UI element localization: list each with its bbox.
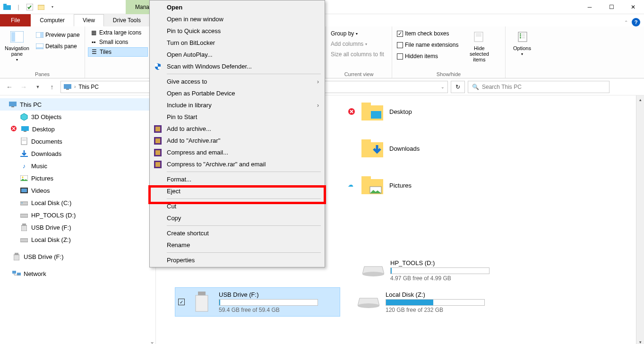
navigation-pane-button[interactable]: Navigation pane ▾ [3, 28, 31, 70]
tree-scroll-down-icon[interactable]: ⌄ [150, 338, 155, 344]
svg-rect-38 [12, 271, 16, 274]
ctx-include-library[interactable]: Include in library› [151, 99, 324, 111]
drive-hp-tools[interactable]: HP_TOOLS (D:) 4.97 GB free of 4.99 GB [359, 256, 524, 284]
forward-button[interactable]: → [18, 81, 29, 93]
details-pane-icon [36, 43, 43, 50]
maximize-button[interactable]: ☐ [601, 0, 622, 14]
ctx-give-access[interactable]: Give access to› [151, 76, 324, 87]
svg-rect-43 [371, 111, 381, 119]
ctx-label: Open AutoPlay... [167, 51, 213, 58]
ctx-add-archive[interactable]: Add to archive... [151, 123, 324, 135]
tree-local-disk-c[interactable]: Local Disk (C:) [0, 197, 155, 209]
folder-downloads[interactable]: Downloads [345, 134, 510, 163]
breadcrumb-this-pc[interactable]: This PC [78, 84, 99, 90]
size-columns-button[interactable]: Size all columns to fit [329, 50, 386, 59]
tree-network[interactable]: Network [0, 267, 155, 280]
folder-pictures[interactable]: ☁ Pictures [345, 171, 510, 199]
content-scrollbar[interactable]: ▴ ▾ [636, 95, 644, 344]
svg-rect-35 [20, 239, 28, 242]
explorer-icon [3, 3, 11, 11]
ctx-pin-start[interactable]: Pin to Start [151, 111, 324, 123]
properties-icon[interactable] [26, 3, 34, 11]
tree-desktop[interactable]: Desktop [0, 123, 155, 135]
scroll-up-icon[interactable]: ▴ [636, 95, 644, 103]
ctx-label: Rename [167, 241, 190, 249]
recent-dropdown[interactable]: ▼ [32, 81, 43, 93]
ctx-portable-device[interactable]: Open as Portable Device [151, 87, 324, 99]
ribbon-collapse-icon[interactable]: ⌃ [624, 20, 628, 25]
help-icon[interactable]: ? [632, 18, 640, 26]
tree-label: This PC [20, 101, 42, 108]
search-input[interactable]: 🔍 Search This PC [468, 81, 610, 93]
svg-rect-23 [22, 139, 26, 139]
hide-selected-label: Hide selected items [464, 45, 494, 62]
tree-music[interactable]: ♪Music [0, 160, 155, 172]
folder-icon [361, 174, 384, 197]
layout-small[interactable]: ▪▪Small icons [88, 38, 148, 46]
tree-local-disk-z[interactable]: Local Disk (Z:) [0, 233, 155, 246]
file-extensions-toggle[interactable]: File name extensions [395, 41, 460, 49]
new-folder-icon[interactable] [37, 3, 45, 11]
ctx-bitlocker[interactable]: Turn on BitLocker [151, 37, 324, 49]
defender-icon [154, 62, 162, 71]
ctx-copy[interactable]: Copy [151, 212, 324, 224]
preview-pane-button[interactable]: Preview pane [34, 30, 82, 40]
ctx-compress-email[interactable]: Compress and email... [151, 146, 324, 158]
this-pc-icon [64, 84, 71, 90]
hidden-items-toggle[interactable]: Hidden items [395, 52, 460, 60]
chevron-down-icon: ▾ [365, 42, 367, 46]
ctx-compress-rar-email[interactable]: Compress to "Archive.rar" and email [151, 158, 324, 170]
3d-objects-icon [20, 112, 28, 121]
ctx-properties[interactable]: Properties [151, 254, 324, 266]
ctx-create-shortcut[interactable]: Create shortcut [151, 227, 324, 239]
item-check-boxes-toggle[interactable]: Item check boxes [395, 29, 460, 38]
ctx-format[interactable]: Format... [151, 173, 324, 185]
tab-computer[interactable]: Computer [31, 14, 74, 26]
item-checkbox[interactable] [178, 299, 185, 305]
tree-this-pc[interactable]: This PC [0, 98, 155, 111]
tree-usb-drive-f-2[interactable]: USB Drive (F:) [0, 250, 155, 263]
ctx-open-new-window[interactable]: Open in new window [151, 13, 324, 25]
details-pane-button[interactable]: Details pane [34, 42, 82, 51]
options-button[interactable]: Options ▾ [508, 28, 536, 70]
up-button[interactable]: ↑ [46, 81, 58, 93]
close-button[interactable]: ✕ [622, 0, 644, 14]
tree-label: Music [31, 163, 47, 170]
tree-documents[interactable]: Documents [0, 135, 155, 147]
add-columns-button[interactable]: Add columns ▾ [329, 40, 386, 48]
group-by-button[interactable]: Group by ▾ [329, 29, 386, 38]
tab-drive-tools[interactable]: Drive Tools [104, 14, 150, 26]
drive-local-z[interactable]: Local Disk (Z:) 120 GB free of 232 GB [354, 287, 520, 317]
layout-tiles[interactable]: ☰Tiles [88, 47, 148, 57]
tree-pictures[interactable]: Pictures [0, 172, 155, 184]
svg-rect-51 [198, 292, 206, 295]
refresh-button[interactable]: ↻ [451, 81, 465, 93]
ctx-open[interactable]: Open [151, 1, 324, 13]
ctx-add-rar[interactable]: Add to "Archive.rar" [151, 135, 324, 146]
tree-videos[interactable]: Videos [0, 184, 155, 197]
back-button[interactable]: ← [4, 81, 15, 93]
ctx-pin-quick-access[interactable]: Pin to Quick access [151, 25, 324, 37]
tab-file[interactable]: File [0, 14, 31, 26]
tree-usb-drive-f[interactable]: USB Drive (F:) [0, 221, 155, 233]
tree-hp-tools[interactable]: HP_TOOLS (D:) [0, 209, 155, 221]
tree-downloads[interactable]: Downloads [0, 147, 155, 160]
layout-extra-large[interactable]: ▦Extra large icons [88, 28, 148, 37]
hidden-items-label: Hidden items [405, 53, 438, 60]
ctx-defender[interactable]: Scan with Windows Defender... [151, 60, 324, 72]
qat-dropdown-icon[interactable]: ▾ [48, 3, 57, 11]
tab-view[interactable]: View [74, 14, 104, 26]
address-dropdown-icon[interactable]: ⌄ [441, 85, 445, 89]
ctx-autoplay[interactable]: Open AutoPlay... [151, 49, 324, 60]
drive-usb-f[interactable]: USB Drive (F:) 59.4 GB free of 59.4 GB [175, 287, 340, 317]
svg-rect-9 [36, 47, 43, 49]
hide-selected-button[interactable]: Hide selected items [463, 28, 495, 70]
tiles-icon: ☰ [90, 48, 98, 56]
folder-desktop[interactable]: Desktop [345, 97, 510, 126]
minimize-button[interactable]: ─ [579, 0, 601, 14]
ctx-rename[interactable]: Rename [151, 239, 324, 251]
scroll-down-icon[interactable]: ▾ [636, 338, 644, 344]
tree-3d-objects[interactable]: 3D Objects [0, 111, 155, 123]
breadcrumb-chevron-icon[interactable]: › [74, 84, 76, 89]
drive-usage-bar [390, 267, 489, 274]
